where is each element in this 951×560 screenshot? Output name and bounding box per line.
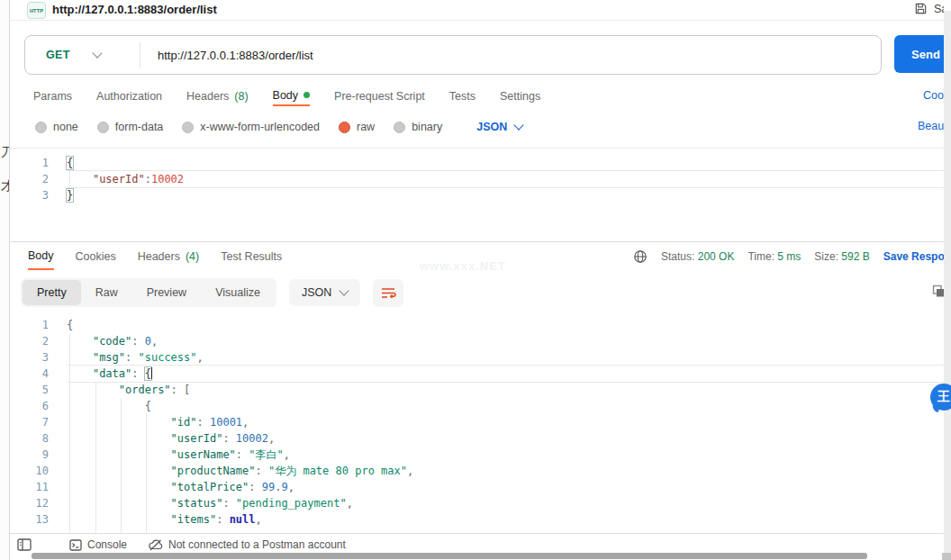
view-pretty-button[interactable]: Pretty: [23, 280, 81, 305]
view-preview-button[interactable]: Preview: [132, 280, 201, 305]
toggle-sidebar-button[interactable]: [17, 538, 32, 551]
view-mode-group: Pretty Raw Preview Visualize: [21, 278, 276, 307]
line-number: 1: [10, 317, 49, 333]
status-badge: Status: 200 OK: [661, 250, 734, 263]
tab-authorization[interactable]: Authorization: [96, 86, 162, 106]
tab-tests[interactable]: Tests: [449, 86, 476, 106]
radio-icon: [35, 122, 47, 133]
background-clipped-text: 刀 才: [0, 0, 10, 560]
account-status-label: Not connected to a Postman account: [168, 538, 346, 551]
horizontal-scrollbar-thumb[interactable]: [32, 553, 867, 559]
url-input-group: GET http://127.0.0.1:8883/order/list: [24, 35, 882, 75]
code-line: 1{: [10, 317, 944, 333]
response-body-editor[interactable]: 1{2 "code": 0,3 "msg": "success",4 "data…: [10, 312, 944, 533]
radio-icon: [97, 122, 109, 133]
indent-guide: [146, 414, 147, 533]
chevron-down-icon: [92, 48, 102, 58]
tab-settings[interactable]: Settings: [500, 86, 540, 106]
radio-none[interactable]: none: [35, 121, 78, 133]
code-line: 2 "code": 0,: [10, 333, 944, 349]
cloud-offline-icon: [149, 539, 163, 551]
line-number: 2: [10, 171, 49, 187]
code-line: 3 "msg": "success",: [10, 349, 944, 366]
code-line: 11 "totalPrice": 99.9,: [10, 479, 944, 495]
request-body-editor[interactable]: 1{2 "userId":100023}: [10, 148, 944, 238]
text-cursor: [151, 367, 153, 379]
tab-test-results[interactable]: Test Results: [221, 242, 282, 270]
response-headers-count: (4): [186, 250, 199, 263]
radio-form-data[interactable]: form-data: [97, 121, 164, 133]
view-visualize-button[interactable]: Visualize: [201, 280, 275, 305]
code-line: 5 "orders": [: [10, 382, 944, 398]
watermark: www.xxx.NET: [420, 259, 506, 273]
content-type-select[interactable]: JSON: [476, 121, 522, 133]
tab-pre-request-script[interactable]: Pre-request Script: [334, 86, 425, 106]
tab-response-body[interactable]: Body: [28, 242, 54, 270]
response-tabs: Body Cookies Headers(4) Test Results: [28, 242, 282, 270]
line-number: 1: [10, 155, 49, 171]
code-line: 9 "userName": "李白",: [10, 447, 944, 463]
code-line: 13 "items": null,: [10, 511, 944, 528]
indent-guide: [95, 382, 96, 533]
radio-x-www-form-urlencoded[interactable]: x-www-form-urlencoded: [182, 121, 320, 133]
request-url-bar: GET http://127.0.0.1:8883/order/list Sen…: [10, 34, 944, 76]
line-number: 3: [10, 349, 49, 366]
code-line: 2 "userId":10002: [10, 171, 944, 187]
beautify-link[interactable]: Beautify: [918, 120, 944, 132]
code-line: 7 "id": 10001,: [10, 414, 944, 430]
view-raw-button[interactable]: Raw: [81, 280, 132, 305]
tab-headers[interactable]: Headers(8): [186, 86, 249, 106]
tab-params[interactable]: Params: [33, 86, 72, 106]
radio-icon: [394, 122, 405, 133]
content-type-value: JSON: [476, 121, 507, 133]
save-request-button[interactable]: Save: [914, 2, 944, 15]
code-line: 1{: [10, 155, 944, 171]
time-value: 5 ms: [777, 250, 801, 263]
tab-response-headers[interactable]: Headers(4): [138, 242, 200, 270]
save-response-link[interactable]: Save Response: [883, 250, 944, 263]
console-icon: [69, 539, 82, 551]
copy-response-button[interactable]: [932, 285, 944, 298]
response-format-select[interactable]: JSON: [289, 279, 360, 306]
request-tab-bar: HTTP http://127.0.0.1:8883/order/list Sa…: [10, 0, 944, 21]
body-mode-bar: none form-data x-www-form-urlencoded raw…: [10, 116, 944, 138]
radio-binary[interactable]: binary: [394, 121, 442, 133]
headers-count: (8): [234, 90, 248, 103]
cookies-link[interactable]: Cookies: [923, 89, 944, 102]
wrap-text-button[interactable]: [373, 279, 403, 307]
size-badge: Size: 592 B: [814, 250, 869, 263]
size-value: 592 B: [841, 250, 869, 263]
radio-raw[interactable]: raw: [339, 121, 375, 133]
send-button[interactable]: Send: [894, 35, 944, 73]
line-number: 9: [10, 447, 49, 463]
line-number: 3: [10, 187, 49, 203]
console-button[interactable]: Console: [69, 538, 127, 551]
line-number: 13: [10, 511, 49, 528]
line-number: 5: [10, 382, 49, 398]
line-number: 2: [10, 333, 49, 349]
globe-icon[interactable]: [633, 249, 648, 264]
request-tabs: Params Authorization Headers(8) Body Pre…: [10, 86, 944, 106]
response-toolbar: Pretty Raw Preview Visualize JSON: [10, 277, 944, 308]
scrollbar-corner: [942, 553, 951, 560]
tab-body[interactable]: Body: [273, 86, 311, 106]
line-number: 8: [10, 430, 49, 447]
method-value: GET: [46, 49, 70, 61]
assistant-bubble-badge[interactable]: 王: [930, 384, 951, 411]
indent-guide: [69, 171, 70, 187]
panel-toggle-icon: [17, 538, 32, 551]
line-number: 12: [10, 495, 49, 511]
request-tab-title[interactable]: http://127.0.0.1:8883/order/list: [52, 3, 217, 16]
background-char: 刀: [1, 144, 10, 160]
vertical-scrollbar-track[interactable]: [944, 11, 951, 560]
indent-guide: [121, 398, 122, 533]
line-number: 11: [10, 479, 49, 495]
body-modified-dot: [303, 92, 310, 98]
http-request-icon: HTTP: [27, 2, 46, 19]
tab-response-cookies[interactable]: Cookies: [76, 242, 116, 270]
url-input[interactable]: http://127.0.0.1:8883/order/list: [140, 49, 313, 62]
indent-guide: [69, 333, 70, 533]
method-select[interactable]: GET: [25, 49, 140, 61]
line-number: 7: [10, 414, 49, 430]
response-format-value: JSON: [302, 286, 331, 299]
